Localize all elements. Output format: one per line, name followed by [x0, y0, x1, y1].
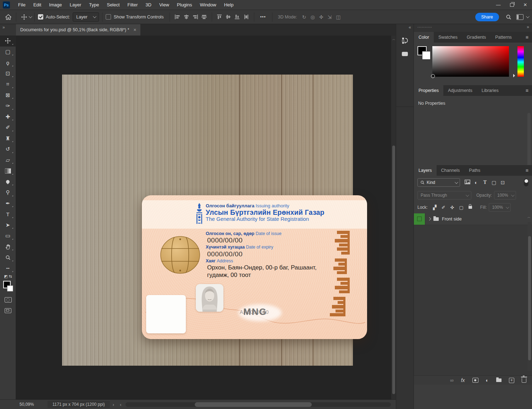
new-layer-icon[interactable]: + — [509, 378, 514, 383]
align-right-icon[interactable] — [192, 14, 198, 20]
layers-scroll-up-icon[interactable]: ︿ — [527, 215, 531, 219]
scroll-up-arrow-icon[interactable]: ︿ — [392, 37, 395, 42]
layers-scrollbar[interactable] — [528, 222, 531, 371]
color-picker-dot[interactable] — [431, 74, 435, 78]
rectangular-marquee-tool[interactable]: ▢ — [0, 47, 16, 58]
blend-mode-dropdown[interactable]: Pass Through — [417, 191, 471, 200]
menu-item-filter[interactable]: Filter — [123, 0, 142, 10]
lock-image-pixels-icon[interactable]: ✐ — [442, 205, 445, 210]
tool-preset-chevron-icon[interactable] — [29, 15, 32, 18]
canvas-vertical-scrollbar[interactable]: ︿ — [391, 36, 396, 399]
filter-adjustment-layers-icon[interactable]: ◐ — [472, 180, 481, 185]
threed-orbit-icon[interactable]: ↻ — [302, 14, 306, 20]
menu-item-file[interactable]: File — [14, 0, 29, 10]
layer-expand-chevron-icon[interactable] — [428, 217, 431, 221]
history-brush-tool[interactable]: ↺ — [0, 144, 16, 155]
crop-tool[interactable]: ⌗ — [0, 79, 16, 90]
scroll-left-arrow-icon[interactable]: ‹ — [120, 402, 121, 407]
menu-item-plugins[interactable]: Plugins — [173, 0, 196, 10]
new-adjustment-layer-icon[interactable]: ◐ — [486, 377, 489, 383]
layer-row-front-side[interactable]: Front side — [414, 213, 532, 225]
color-panel-swatches[interactable] — [417, 45, 430, 62]
menu-item-select[interactable]: Select — [103, 0, 123, 10]
history-panel-icon[interactable] — [396, 34, 414, 47]
auto-select-checkbox[interactable] — [38, 14, 43, 20]
hue-slider-arrow-icon[interactable] — [513, 74, 517, 77]
menu-item-layer[interactable]: Layer — [66, 0, 85, 10]
tab-paths[interactable]: Paths — [464, 165, 485, 176]
tab-properties[interactable]: Properties — [414, 85, 443, 96]
distribute-vertical-icon[interactable] — [243, 14, 249, 20]
tab-channels[interactable]: Channels — [437, 165, 465, 176]
hue-slider[interactable] — [517, 46, 524, 77]
tab-libraries[interactable]: Libraries — [477, 85, 503, 96]
tab-close-icon[interactable]: × — [133, 27, 136, 33]
filter-pixel-layers-icon[interactable] — [463, 180, 472, 185]
canvas-horizontal-scrollbar[interactable] — [126, 402, 391, 407]
tab-gradients[interactable]: Gradients — [462, 32, 491, 43]
tab-layers[interactable]: Layers — [414, 165, 437, 176]
status-expand-chevron-icon[interactable]: › — [113, 402, 114, 407]
strip-collapse-icon[interactable]: « — [409, 25, 411, 30]
background-color-swatch[interactable] — [7, 285, 13, 291]
align-middle-vertical-icon[interactable] — [226, 14, 232, 20]
document-image-wood-background[interactable]: Олгосон байгууллага Issuing authority Ул… — [62, 75, 353, 366]
document-tab[interactable]: Documents for you.psd @ 50,1% (Back side… — [16, 24, 141, 36]
layer-filter-kind-dropdown[interactable]: Kind — [417, 178, 460, 187]
default-swap-colors-icon[interactable]: ◩ ⇆ — [4, 274, 12, 279]
menu-item-help[interactable]: Help — [220, 0, 238, 10]
filter-shape-layers-icon[interactable]: ▢ — [489, 180, 498, 185]
dock-expand-icon[interactable]: » — [527, 24, 529, 29]
filter-type-layers-icon[interactable]: T — [481, 180, 489, 185]
minimize-button[interactable]: — — [492, 0, 505, 10]
lock-all-icon[interactable] — [469, 206, 472, 209]
toolbar-expand-stub[interactable]: » — [0, 24, 16, 36]
auto-select-target-dropdown[interactable]: Layer — [73, 12, 99, 22]
align-center-horizontal-icon[interactable] — [183, 14, 189, 20]
tab-patterns[interactable]: Patterns — [491, 32, 516, 43]
lock-artboard-icon[interactable]: ▢ — [459, 205, 464, 210]
fill-field[interactable]: 100% — [489, 203, 511, 212]
screen-mode-icon[interactable] — [5, 308, 11, 313]
object-selection-tool[interactable]: ⊡ — [0, 68, 16, 79]
menu-item-window[interactable]: Window — [196, 0, 220, 10]
align-bottom-icon[interactable] — [234, 14, 240, 20]
type-tool[interactable]: T — [0, 209, 16, 220]
tab-color[interactable]: Color — [414, 32, 434, 43]
path-selection-tool[interactable]: ➤ — [0, 220, 16, 231]
layer-filtering-toggle[interactable] — [524, 179, 528, 186]
more-align-options[interactable]: ••• — [260, 15, 266, 20]
threed-roll-icon[interactable]: ◎ — [310, 14, 315, 20]
spot-healing-brush-tool[interactable]: ✚ — [0, 111, 16, 122]
blur-tool[interactable] — [0, 176, 16, 187]
menu-item-edit[interactable]: Edit — [29, 0, 45, 10]
opacity-field[interactable]: 100% — [494, 191, 516, 200]
saturation-brightness-field[interactable] — [432, 46, 509, 77]
home-icon[interactable] — [4, 12, 13, 22]
eraser-tool[interactable]: ▱ — [0, 155, 16, 166]
menu-item-image[interactable]: Image — [45, 0, 66, 10]
search-icon[interactable] — [504, 12, 513, 22]
link-layers-icon[interactable]: ∞ — [450, 377, 454, 383]
edit-toolbar[interactable]: ••• — [0, 263, 16, 274]
horizontal-scroll-thumb[interactable] — [195, 402, 312, 407]
move-tool[interactable] — [0, 36, 16, 47]
share-button[interactable]: Share — [475, 13, 499, 21]
zoom-level-field[interactable]: 50,09% — [20, 402, 34, 407]
comments-panel-icon[interactable] — [396, 48, 414, 60]
lock-transparent-pixels-icon[interactable]: ▞ — [433, 205, 437, 210]
pen-tool[interactable]: ✒ — [0, 198, 16, 209]
eyedropper-tool[interactable]: ✑ — [0, 100, 16, 111]
lock-position-icon[interactable]: ✜ — [450, 205, 454, 210]
dodge-tool[interactable]: ⚲ — [0, 187, 16, 198]
brush-tool[interactable]: ✐ — [0, 122, 16, 133]
color-panel-menu-icon[interactable]: ≡ — [522, 32, 532, 43]
tab-adjustments[interactable]: Adjustments — [443, 85, 477, 96]
photoshop-logo-icon[interactable]: Ps — [3, 1, 10, 9]
id-card-back-side[interactable]: Олгосон байгууллага Issuing authority Ул… — [142, 195, 367, 339]
gradient-tool[interactable] — [0, 165, 16, 176]
rectangle-tool[interactable]: ▭ — [0, 230, 16, 241]
distribute-horizontal-icon[interactable] — [201, 14, 207, 20]
filter-smart-objects-icon[interactable]: ⊡ — [498, 180, 507, 185]
quick-mask-icon[interactable] — [5, 297, 12, 302]
